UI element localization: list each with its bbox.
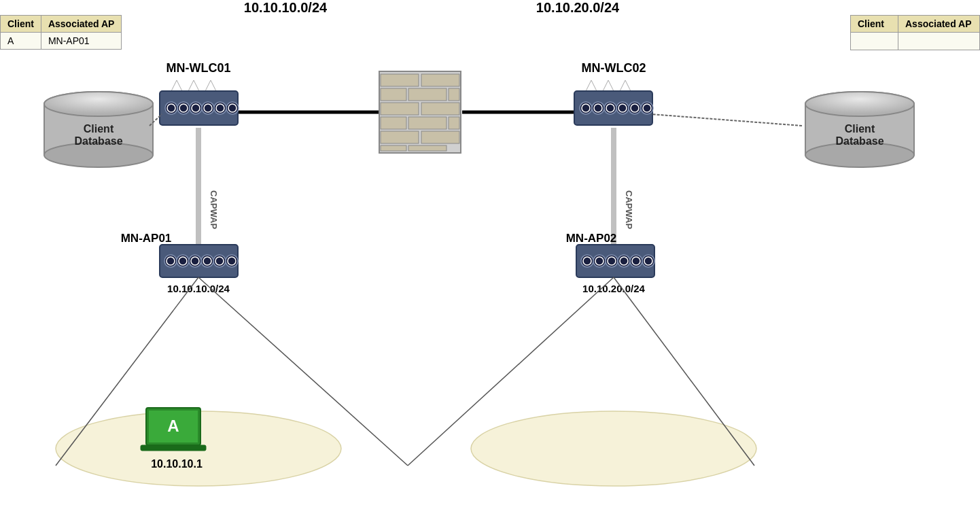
left-table-ap-header: Associated AP [41,16,122,33]
svg-text:CAPWAP: CAPWAP [624,190,634,229]
svg-rect-6 [381,74,419,86]
ap01-device [160,245,238,277]
svg-rect-14 [408,117,447,129]
svg-rect-9 [408,88,447,101]
client-laptop: A [141,408,206,451]
left-ap-cell: MN-AP01 [41,33,122,50]
svg-point-103 [471,411,756,486]
left-table-row-1: A MN-AP01 [1,33,122,50]
svg-point-57 [44,92,153,116]
svg-rect-8 [381,88,406,101]
svg-text:10.10.20.0/24: 10.10.20.0/24 [582,283,645,294]
svg-rect-13 [381,117,406,129]
svg-rect-16 [381,131,419,143]
right-client-cell [851,33,898,50]
svg-rect-7 [421,74,459,86]
svg-rect-12 [421,103,459,115]
svg-rect-110 [141,445,206,451]
left-table-client-header: Client [1,16,41,33]
svg-text:CAPWAP: CAPWAP [209,190,219,229]
svg-text:10.10.10.1: 10.10.10.1 [151,458,203,470]
svg-text:MN-WLC01: MN-WLC01 [167,61,231,75]
svg-text:MN-WLC02: MN-WLC02 [582,61,646,75]
svg-rect-18 [381,145,406,151]
svg-text:10.10.10.0/24: 10.10.10.0/24 [244,0,328,15]
svg-text:MN-AP02: MN-AP02 [566,232,617,245]
right-table-client-header: Client [851,16,898,33]
svg-text:10.10.10.0/24: 10.10.10.0/24 [167,283,230,294]
right-client-table: Client Associated AP [850,15,980,50]
left-client-cell: A [1,33,41,50]
svg-rect-17 [421,131,459,143]
svg-text:Client: Client [84,123,114,135]
svg-text:A: A [167,417,179,435]
svg-rect-15 [449,117,459,129]
right-table-row-empty [851,33,980,50]
svg-text:Database: Database [835,135,883,147]
db2-cylinder: Client Database [805,92,914,167]
left-client-table: Client Associated AP A MN-AP01 [0,15,122,50]
db1-cylinder: Client Database [44,92,153,167]
svg-rect-10 [449,88,459,101]
svg-text:MN-AP01: MN-AP01 [121,232,172,245]
ap02-device [576,245,654,277]
right-ap-cell [898,33,980,50]
svg-text:Client: Client [845,123,875,135]
svg-point-63 [805,92,914,116]
svg-rect-11 [381,103,419,115]
svg-text:Database: Database [74,135,122,147]
right-table-ap-header: Associated AP [898,16,980,33]
svg-rect-19 [408,145,447,151]
svg-text:10.10.20.0/24: 10.10.20.0/24 [536,0,620,15]
